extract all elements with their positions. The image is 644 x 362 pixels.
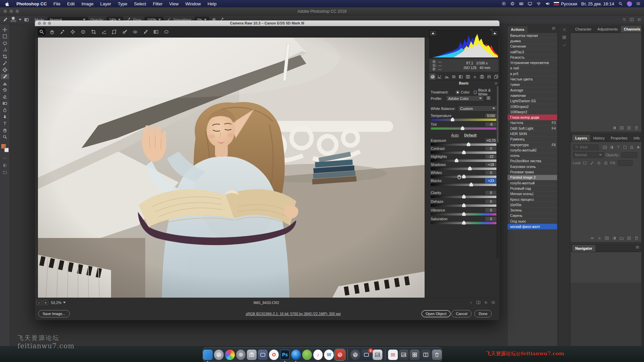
- input-language[interactable]: Русская: [554, 1, 577, 6]
- dock-doc-image[interactable]: [399, 350, 409, 360]
- cr-tool-straighten[interactable]: [100, 28, 108, 36]
- action-item[interactable]: Розовая трава: [507, 169, 557, 175]
- slider-thumb[interactable]: [455, 158, 459, 162]
- bracketsq-icon[interactable]: [623, 145, 627, 149]
- layers-bottom-icons[interactable]: fx: [590, 236, 639, 240]
- layer-filter-kind[interactable]: Kind: [573, 144, 599, 150]
- cr-tab-split[interactable]: [458, 73, 464, 80]
- workflow-options-link[interactable]: sRGB IEC61966-2.1: 16 bit: 5760 by 3840 …: [179, 312, 407, 316]
- dock-system-preferences[interactable]: [236, 350, 246, 360]
- action-item[interactable]: мягкий фиол-желт: [507, 224, 557, 229]
- foreground-color-swatch[interactable]: [1, 144, 6, 148]
- newlayer-icon[interactable]: [627, 126, 631, 130]
- dock-doc-grid[interactable]: [410, 350, 420, 360]
- hamburger-icon[interactable]: [491, 300, 495, 305]
- color-swatches[interactable]: [1, 144, 9, 152]
- dock-doc-notes[interactable]: [388, 350, 398, 360]
- action-item[interactable]: Устранение пересветов: [507, 60, 557, 65]
- slider-track[interactable]: [431, 118, 497, 121]
- tool-hand[interactable]: [1, 127, 9, 133]
- ps-close-button[interactable]: [3, 9, 7, 13]
- spotlight-icon[interactable]: [618, 1, 623, 6]
- lock-icons[interactable]: [583, 161, 608, 165]
- default-link[interactable]: Default: [464, 133, 477, 137]
- cr-tool-spot[interactable]: [121, 28, 129, 36]
- highlight-clip-toggle[interactable]: [492, 31, 497, 35]
- slider-value[interactable]: +23: [485, 178, 497, 183]
- open-object-button[interactable]: Open Object: [421, 310, 451, 317]
- tab-layers[interactable]: Layers: [572, 135, 590, 141]
- slider-thumb[interactable]: [462, 203, 466, 207]
- cr-tab-camback[interactable]: [479, 73, 485, 80]
- cc-icon[interactable]: [510, 1, 515, 6]
- slider-value[interactable]: 0: [485, 199, 497, 204]
- profile-select[interactable]: Adobe Color: [446, 96, 484, 101]
- display-icon[interactable]: [528, 1, 532, 6]
- cr-tab-aperture[interactable]: [429, 73, 436, 80]
- action-item[interactable]: портретураF6: [507, 142, 557, 147]
- menu-type[interactable]: Type: [114, 1, 130, 6]
- chevrons2-icon[interactable]: [562, 27, 567, 32]
- action-item[interactable]: ЧастотаF3: [507, 120, 557, 126]
- cr-zoom-button[interactable]: [48, 22, 51, 25]
- filter-toggle-dot[interactable]: [637, 146, 639, 148]
- cr-tab-lens[interactable]: [465, 73, 471, 80]
- collapse-icons[interactable]: [562, 27, 567, 47]
- speaker-icon[interactable]: [545, 1, 550, 6]
- slider-thumb[interactable]: [462, 194, 466, 198]
- dock-image-capture[interactable]: [247, 350, 257, 360]
- zoom-out-button[interactable]: −: [36, 300, 42, 305]
- zoom-in-button[interactable]: +: [43, 300, 48, 305]
- menu-photoshop-cc[interactable]: Photoshop CC: [13, 1, 50, 6]
- cancel-button[interactable]: Cancel: [451, 310, 472, 317]
- dock-photos[interactable]: [225, 350, 235, 360]
- done-button[interactable]: Done: [474, 310, 492, 317]
- action-item[interactable]: в лаб: [507, 66, 557, 71]
- brush-panel-toggle-icon[interactable]: [24, 17, 29, 22]
- dock-doc-window[interactable]: [421, 350, 431, 360]
- action-item[interactable]: Зелень: [507, 208, 557, 213]
- dock-screenshot-app[interactable]: [351, 350, 360, 360]
- slider-value[interactable]: 0: [485, 146, 497, 151]
- move-icon[interactable]: [597, 161, 601, 165]
- apple-menu-icon[interactable]: [0, 1, 13, 6]
- layer-filter-icons[interactable]: T: [603, 145, 634, 149]
- trashcan-icon[interactable]: [634, 236, 639, 240]
- cr-tool-target[interactable]: [79, 28, 87, 36]
- action-item[interactable]: Глаза колор додж: [507, 115, 557, 120]
- cr-tool-radial[interactable]: [162, 28, 170, 36]
- dock-monitor-capture[interactable]: 3: [362, 350, 371, 360]
- dock-preview-doc[interactable]: [373, 350, 382, 360]
- action-item[interactable]: Румянец: [507, 137, 557, 142]
- slider-value[interactable]: -6: [485, 122, 497, 127]
- action-item[interactable]: Кросс-процесс: [507, 197, 557, 202]
- slider-thumb[interactable]: [461, 126, 465, 130]
- tool-blur[interactable]: [1, 107, 9, 113]
- hamburger-icon[interactable]: [637, 17, 641, 22]
- bracketsq-icon[interactable]: [583, 161, 587, 165]
- tool-lasso[interactable]: [1, 40, 9, 46]
- action-item[interactable]: дымка: [507, 38, 557, 44]
- channels-bottom-icons[interactable]: [612, 126, 639, 130]
- cr-tab-snapshots[interactable]: [493, 73, 499, 80]
- locksm-icon[interactable]: [630, 145, 634, 149]
- tool-marquee[interactable]: [1, 34, 9, 39]
- slider-value[interactable]: -22: [485, 154, 497, 159]
- menu-layer[interactable]: Layer: [97, 1, 115, 6]
- cr-tool-eyedropper[interactable]: [58, 28, 66, 36]
- dock-launchpad[interactable]: [214, 350, 224, 360]
- panel-scrollbar[interactable]: [496, 84, 499, 259]
- imgicon-icon[interactable]: [603, 145, 607, 149]
- arrowsLR-icon[interactable]: [484, 300, 488, 305]
- tool-move[interactable]: [1, 27, 9, 32]
- action-item[interactable]: D&B Soft LightF4: [507, 126, 557, 131]
- basic-panel-header[interactable]: Basic: [429, 81, 498, 86]
- halfcircle-icon[interactable]: [609, 145, 614, 149]
- halfcircle-icon[interactable]: [612, 126, 616, 130]
- slider-thumb[interactable]: [462, 150, 466, 154]
- preview-toggle-icons[interactable]: Y: [469, 300, 495, 305]
- brush-icon[interactable]: [590, 161, 594, 165]
- tool-gradient[interactable]: [1, 101, 9, 106]
- action-item[interactable]: в ргб: [507, 71, 557, 76]
- cr-tab-presets[interactable]: [486, 73, 492, 80]
